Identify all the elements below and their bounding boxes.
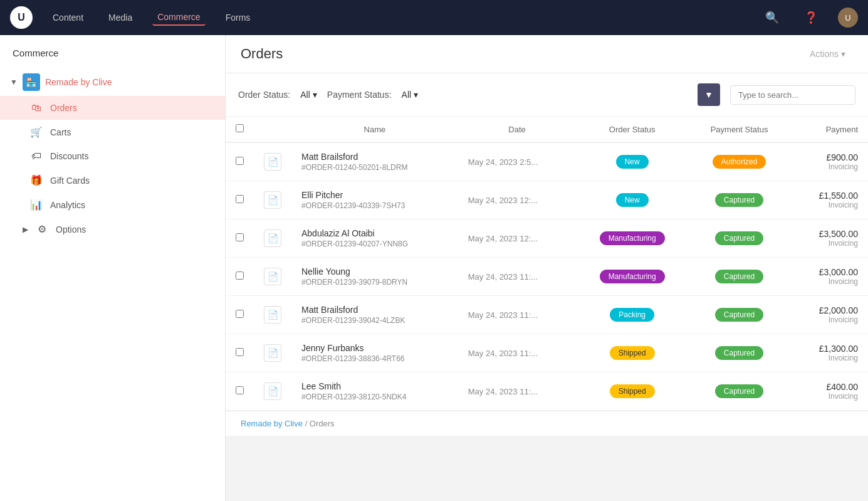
gift-cards-icon: 🎁 [30, 174, 43, 186]
customer-name: Abdulaziz Al Otaibi [301, 228, 448, 238]
payment-status-cell: Captured [688, 296, 790, 334]
amount-value: £1,550.00 [800, 191, 858, 201]
analytics-label: Analytics [50, 200, 85, 210]
amount-cell: £2,000.00 Invoicing [790, 296, 868, 334]
sidebar-title: Commerce [0, 35, 225, 66]
top-nav: U Content Media Commerce Forms 🔍 ❓ U [0, 0, 868, 35]
payment-status-select[interactable]: All ▾ [402, 90, 419, 100]
col-name: Name [291, 117, 458, 142]
order-id: #ORDER-01239-39042-4LZBK [301, 316, 448, 325]
table-row[interactable]: 📄 Jenny Furbanks #ORDER-01239-38836-4RT6… [226, 334, 868, 372]
table-row[interactable]: 📄 Matt Brailsford #ORDER-01240-50201-8LD… [226, 142, 868, 181]
table-header: Name Date Order Status Payment Status Pa… [226, 117, 868, 142]
filter-button[interactable]: ▼ [698, 83, 720, 106]
breadcrumb-store-link[interactable]: Remade by Clive [241, 419, 303, 428]
payment-method: Invoicing [800, 201, 858, 209]
discounts-icon: 🏷 [30, 150, 43, 162]
table-row[interactable]: 📄 Lee Smith #ORDER-01239-38120-5NDK4 May… [226, 372, 868, 411]
order-status-badge: Manufacturing [600, 231, 665, 245]
nav-forms[interactable]: Forms [221, 10, 256, 25]
row-checkbox[interactable] [236, 272, 244, 280]
order-id: #ORDER-01239-39079-8DRYN [301, 278, 448, 287]
payment-status-cell: Captured [688, 181, 790, 219]
select-all-checkbox[interactable] [236, 124, 244, 132]
store-icon: 🏪 [23, 73, 40, 91]
nav-media[interactable]: Media [103, 10, 137, 25]
date-cell: May 24, 2023 11:... [458, 296, 576, 334]
main-content: Orders Actions ▾ Order Status: All ▾ Pay… [226, 35, 868, 501]
date-cell: May 24, 2023 12:... [458, 181, 576, 219]
order-id: #ORDER-01239-38120-5NDK4 [301, 393, 448, 401]
content-scroll[interactable]: Order Status: All ▾ Payment Status: All … [226, 73, 868, 501]
order-icon: 📄 [264, 191, 281, 209]
order-status-select[interactable]: All ▾ [300, 90, 317, 100]
row-checkbox[interactable] [236, 386, 244, 394]
order-status-value: All [300, 90, 310, 100]
order-status-chevron-icon: ▾ [313, 90, 317, 100]
date-cell: May 24, 2023 11:... [458, 334, 576, 372]
payment-status-badge: Captured [715, 384, 763, 398]
row-checkbox[interactable] [236, 195, 244, 203]
search-input[interactable] [730, 85, 855, 105]
table-row[interactable]: 📄 Matt Brailsford #ORDER-01239-39042-4LZ… [226, 296, 868, 334]
order-status-badge: New [616, 193, 649, 207]
sidebar-item-analytics[interactable]: 📊 Analytics [0, 192, 225, 217]
order-icon: 📄 [264, 306, 281, 324]
payment-method: Invoicing [800, 315, 858, 324]
sidebar-item-gift-cards[interactable]: 🎁 Gift Cards [0, 168, 225, 192]
amount-value: £3,000.00 [800, 267, 858, 277]
amount-cell: £1,550.00 Invoicing [790, 181, 868, 219]
order-icon: 📄 [264, 268, 281, 285]
nav-content[interactable]: Content [48, 10, 88, 25]
order-icon: 📄 [264, 344, 281, 362]
breadcrumb-separator: / [305, 419, 310, 428]
carts-label: Carts [50, 127, 71, 137]
payment-status-cell: Authorized [688, 142, 790, 181]
breadcrumb-page: Orders [310, 419, 335, 428]
row-checkbox[interactable] [236, 233, 244, 241]
gift-cards-label: Gift Cards [50, 176, 90, 186]
order-id: #ORDER-01239-38836-4RT66 [301, 354, 448, 363]
amount-cell: £400.00 Invoicing [790, 372, 868, 411]
col-order-status: Order Status [576, 117, 688, 142]
sidebar-item-orders[interactable]: 🛍 Orders [0, 96, 225, 120]
nav-commerce[interactable]: Commerce [152, 9, 205, 26]
sidebar-item-options[interactable]: ▶ ⚙ Options [0, 217, 225, 241]
help-icon[interactable]: ❓ [799, 8, 823, 27]
amount-value: £1,300.00 [800, 344, 858, 354]
discounts-label: Discounts [50, 151, 88, 161]
row-checkbox[interactable] [236, 157, 244, 165]
date-cell: May 24, 2023 11:... [458, 372, 576, 411]
table-row[interactable]: 📄 Elli Pitcher #ORDER-01239-40339-7SH73 … [226, 181, 868, 219]
sidebar-item-discounts[interactable]: 🏷 Discounts [0, 144, 225, 168]
payment-status-cell: Captured [688, 258, 790, 296]
order-status-badge: Shipped [610, 384, 655, 398]
sidebar-item-carts[interactable]: 🛒 Carts [0, 120, 225, 144]
options-icon: ⚙ [36, 223, 48, 235]
customer-name: Elli Pitcher [301, 190, 448, 200]
payment-status-value: All [402, 90, 412, 100]
customer-name: Jenny Furbanks [301, 343, 448, 353]
col-payment: Payment [790, 117, 868, 142]
table-row[interactable]: 📄 Abdulaziz Al Otaibi #ORDER-01239-40207… [226, 219, 868, 258]
table-row[interactable]: 📄 Nellie Young #ORDER-01239-39079-8DRYN … [226, 258, 868, 296]
amount-value: £2,000.00 [800, 305, 858, 315]
order-icon: 📄 [264, 153, 281, 171]
user-avatar[interactable]: U [838, 8, 858, 28]
order-icon: 📄 [264, 382, 281, 400]
payment-method: Invoicing [800, 354, 858, 362]
sidebar-store-row[interactable]: ▼ 🏪 Remade by Clive [0, 68, 225, 96]
carts-icon: 🛒 [30, 126, 43, 138]
order-icon: 📄 [264, 229, 281, 247]
orders-label: Orders [50, 103, 77, 113]
amount-value: £3,500.00 [800, 229, 858, 239]
search-icon[interactable]: 🔍 [760, 8, 784, 27]
amount-cell: £1,300.00 Invoicing [790, 334, 868, 372]
customer-name: Nellie Young [301, 266, 448, 277]
row-checkbox[interactable] [236, 348, 244, 356]
row-checkbox[interactable] [236, 310, 244, 318]
payment-status-badge: Authorized [713, 155, 766, 169]
actions-button[interactable]: Actions ▾ [802, 45, 853, 63]
app-logo[interactable]: U [10, 6, 33, 29]
payment-status-chevron-icon: ▾ [414, 90, 418, 100]
